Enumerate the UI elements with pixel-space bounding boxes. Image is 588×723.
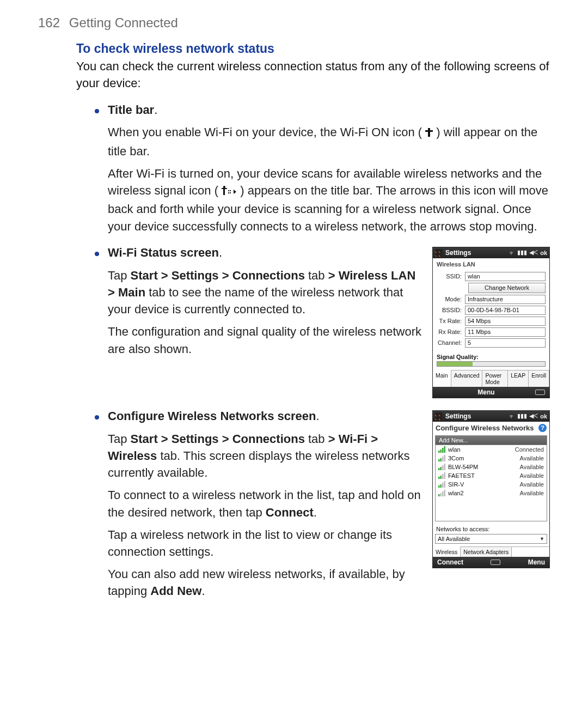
bullet-title: Configure Wireless Networks screen — [108, 409, 316, 423]
text-fragment: . — [314, 506, 317, 519]
text-fragment: Tap — [108, 432, 131, 446]
svg-rect-1 — [425, 130, 433, 132]
bullet-paragraph: Tap a wireless network in the list to vi… — [108, 526, 422, 560]
section-heading: To check wireless network status — [76, 41, 550, 56]
bullet-paragraph: When you enable Wi-Fi on your device, th… — [108, 124, 550, 159]
text-fragment: . — [201, 584, 205, 598]
signal-quality-bar — [437, 361, 546, 367]
bullet-paragraph: Tap Start > Settings > Connections tab >… — [108, 267, 422, 318]
window-title: Settings — [445, 412, 506, 420]
ok-button[interactable]: ok — [540, 250, 547, 256]
keyboard-icon[interactable] — [491, 560, 500, 565]
svg-rect-0 — [428, 128, 430, 137]
add-new-item[interactable]: Add New... — [435, 435, 547, 445]
network-list-item[interactable]: FAETESTAvailable — [436, 471, 547, 480]
svg-rect-3 — [222, 188, 227, 189]
help-icon[interactable]: ? — [538, 424, 547, 432]
signal-strength-icon — [438, 490, 446, 496]
form-row: Rx Rate: — [437, 327, 546, 337]
tab-strip: Wireless Network Adapters — [433, 546, 549, 557]
network-status: Available — [520, 455, 544, 461]
soft-key-bar: Connect Menu — [433, 557, 549, 568]
svg-rect-19 — [442, 474, 444, 479]
bullet-body: Wi-Fi Status screen. Tap Start > Setting… — [108, 245, 550, 398]
bullet-title-dot: . — [316, 409, 320, 423]
soft-menu[interactable]: Menu — [477, 388, 494, 396]
network-list-item[interactable]: SIR-VAvailable — [436, 480, 547, 489]
ssid-label: SSID: — [437, 273, 465, 280]
status-icons: ᯤ ▮▮▮ ◀ᐸ ok — [509, 412, 547, 420]
keyboard-icon[interactable] — [535, 390, 545, 395]
form-row: Channel: — [437, 338, 546, 348]
signal-strength-icon — [438, 455, 446, 461]
tab-power-mode[interactable]: Power Mode — [482, 370, 508, 387]
svg-rect-26 — [440, 493, 442, 496]
signal-strength-icon — [438, 481, 446, 488]
channel-field[interactable] — [465, 338, 546, 348]
rxrate-field[interactable] — [465, 327, 546, 337]
bullet-item: Title bar. When you enable Wi-Fi on your… — [76, 102, 550, 235]
start-flag-icon[interactable] — [435, 249, 443, 257]
bullet-paragraph: To connect to a wireless network in the … — [108, 487, 422, 520]
svg-rect-21 — [438, 485, 440, 488]
networks-access-dropdown[interactable]: All Available ▼ — [435, 534, 547, 544]
connect-word: Connect — [266, 506, 314, 519]
txrate-field[interactable] — [465, 317, 546, 326]
tab-advanced[interactable]: Advanced — [451, 370, 483, 387]
tab-enroll[interactable]: Enroll — [529, 370, 549, 387]
network-list[interactable]: wlanConnected3ComAvailableBLW-54PMAvaila… — [435, 445, 547, 521]
text-fragment: tab — [305, 269, 328, 282]
network-list-item[interactable]: wlan2Available — [436, 489, 547, 497]
wifi-signal-scan-icon — [222, 184, 237, 201]
network-list-item[interactable]: 3ComAvailable — [436, 454, 547, 463]
svg-rect-15 — [442, 465, 444, 470]
svg-rect-20 — [444, 472, 446, 479]
mode-field[interactable] — [465, 295, 546, 304]
window-title: Settings — [445, 249, 506, 257]
network-name: wlan2 — [448, 490, 520, 496]
change-network-button[interactable]: Change Network — [468, 283, 546, 293]
txrate-label: Tx Rate: — [437, 318, 465, 324]
tab-main[interactable]: Main — [433, 370, 451, 387]
bullet-text-column: Wi-Fi Status screen. Tap Start > Setting… — [108, 245, 422, 357]
svg-rect-8 — [444, 446, 446, 453]
bullet-dot-icon — [95, 109, 99, 113]
panel-heading-row: Configure Wireless Networks ? — [433, 422, 549, 433]
form-row: Change Network — [437, 283, 546, 293]
svg-rect-23 — [442, 483, 444, 488]
svg-rect-10 — [440, 458, 442, 461]
text-fragment: tab to see the name of the wireless netw… — [108, 285, 403, 316]
svg-rect-13 — [438, 468, 440, 470]
ssid-field[interactable] — [465, 272, 546, 281]
panel-title: Wireless LAN — [433, 258, 549, 269]
signal-strength-icon — [438, 472, 446, 479]
bullet-body: Title bar. When you enable Wi-Fi on your… — [108, 102, 550, 235]
text-fragment: tab — [305, 432, 328, 446]
tab-leap[interactable]: LEAP — [508, 370, 529, 387]
bullet-item: Configure Wireless Networks screen. Tap … — [76, 408, 550, 600]
form-row: Mode: — [437, 295, 546, 304]
device-titlebar: Settings ᯤ ▮▮▮ ◀ᐸ ok — [433, 247, 549, 258]
bullet-title-dot: . — [219, 246, 222, 259]
network-name: BLW-54PM — [448, 464, 520, 470]
wifi-on-icon — [425, 125, 433, 142]
nav-path: Start > Settings > Connections — [131, 269, 305, 282]
tab-network-adapters[interactable]: Network Adapters — [461, 547, 512, 557]
tab-wireless[interactable]: Wireless — [433, 546, 461, 557]
volume-icon: ◀ᐸ — [529, 249, 538, 256]
text-fragment: To connect to a wireless network in the … — [108, 488, 421, 519]
svg-rect-27 — [442, 491, 444, 496]
svg-rect-28 — [444, 490, 446, 496]
signal-bars-icon: ▮▮▮ — [517, 249, 527, 256]
bullet-body: Configure Wireless Networks screen. Tap … — [108, 408, 550, 600]
soft-menu[interactable]: Menu — [528, 558, 545, 566]
bssid-field[interactable] — [465, 306, 546, 315]
network-list-item[interactable]: BLW-54PMAvailable — [436, 463, 547, 471]
start-flag-icon[interactable] — [435, 412, 443, 420]
signal-bars-icon: ▮▮▮ — [517, 412, 527, 420]
soft-connect[interactable]: Connect — [437, 558, 463, 566]
network-list-item[interactable]: wlanConnected — [436, 445, 547, 454]
bullet-dot-icon — [95, 252, 99, 256]
ok-button[interactable]: ok — [540, 413, 547, 420]
status-icons: ᯤ ▮▮▮ ◀ᐸ ok — [509, 249, 547, 256]
